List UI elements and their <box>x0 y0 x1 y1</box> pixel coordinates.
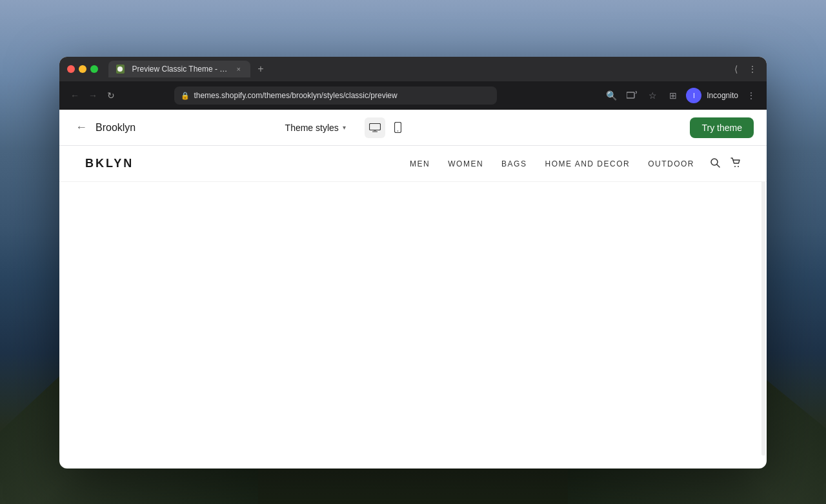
theme-name-label: Brooklyn <box>96 122 136 134</box>
window-minimize-icon[interactable]: ⟨ <box>729 63 742 76</box>
new-tab-button[interactable]: + <box>253 61 268 77</box>
chevron-down-icon: ▾ <box>343 124 346 131</box>
window-controls: ⟨ ⋮ <box>729 63 759 76</box>
theme-preview-header: ← Brooklyn Theme styles ▾ <box>59 110 767 146</box>
header-center-controls: Theme styles ▾ <box>277 117 408 138</box>
back-button[interactable]: ← <box>67 88 83 103</box>
nav-item-men[interactable]: MEN <box>410 159 430 168</box>
store-preview: BKLYN MEN WOMEN BAGS HOME AND DECOR OUTD… <box>59 146 767 182</box>
store-logo: BKLYN <box>85 157 134 170</box>
tab-overview-button[interactable]: ⊞ <box>665 88 681 103</box>
device-toggle-buttons <box>365 117 408 138</box>
try-theme-button[interactable]: Try theme <box>690 117 754 138</box>
tab-close-button[interactable]: × <box>234 65 243 74</box>
svg-point-9 <box>734 166 736 167</box>
desktop-view-button[interactable] <box>365 117 385 138</box>
lock-icon: 🔒 <box>181 92 190 100</box>
url-text: themes.shopify.com/themes/brooklyn/style… <box>194 91 397 100</box>
store-cart-icon[interactable] <box>730 157 741 170</box>
store-nav-icons <box>710 157 741 170</box>
nav-item-women[interactable]: WOMEN <box>448 159 483 168</box>
tab-label: Preview Classic Theme - Broo... <box>132 65 231 74</box>
nav-buttons: ← → ↻ <box>67 88 119 103</box>
search-toolbar-button[interactable]: 🔍 <box>603 88 619 103</box>
browser-titlebar: Preview Classic Theme - Broo... × + ⟨ ⋮ <box>59 57 767 81</box>
store-menu: MEN WOMEN BAGS HOME AND DECOR OUTDOOR <box>410 159 694 168</box>
svg-point-6 <box>398 130 399 132</box>
more-options-button[interactable]: ⋮ <box>743 88 759 103</box>
store-navigation: BKLYN MEN WOMEN BAGS HOME AND DECOR OUTD… <box>59 146 767 182</box>
tab-favicon <box>116 65 125 74</box>
store-search-icon[interactable] <box>710 157 720 170</box>
incognito-label: Incognito <box>707 91 738 100</box>
browser-window: Preview Classic Theme - Broo... × + ⟨ ⋮ … <box>59 57 767 469</box>
browser-addressbar: ← → ↻ 🔒 themes.shopify.com/themes/brookl… <box>59 81 767 110</box>
nav-item-bags[interactable]: BAGS <box>501 159 527 168</box>
active-tab[interactable]: Preview Classic Theme - Broo... × <box>108 61 250 77</box>
maximize-window-button[interactable] <box>90 65 98 73</box>
close-window-button[interactable] <box>67 65 75 73</box>
svg-line-8 <box>717 165 720 167</box>
bookmark-button[interactable]: ☆ <box>645 88 660 103</box>
theme-styles-button[interactable]: Theme styles ▾ <box>277 118 354 137</box>
toolbar-right: 🔍 ☆ ⊞ I Incognito ⋮ <box>603 88 759 103</box>
minimize-window-button[interactable] <box>79 65 86 73</box>
nav-item-outdoor[interactable]: OUTDOOR <box>648 159 694 168</box>
svg-point-10 <box>738 166 739 167</box>
traffic-lights <box>67 65 98 73</box>
cast-button[interactable] <box>624 88 640 103</box>
profile-avatar[interactable]: I <box>686 88 701 103</box>
refresh-button[interactable]: ↻ <box>103 88 119 103</box>
svg-rect-1 <box>627 92 634 98</box>
url-bar[interactable]: 🔒 themes.shopify.com/themes/brooklyn/sty… <box>174 86 497 105</box>
svg-rect-2 <box>369 123 380 130</box>
nav-item-home[interactable]: HOME AND DECOR <box>545 159 630 168</box>
mobile-view-button[interactable] <box>388 117 408 138</box>
forward-button[interactable]: → <box>85 88 101 103</box>
tab-area: Preview Classic Theme - Broo... × + <box>108 61 724 77</box>
svg-point-0 <box>117 66 123 72</box>
window-more-icon[interactable]: ⋮ <box>746 63 759 76</box>
theme-styles-label: Theme styles <box>285 123 339 133</box>
back-to-themes-button[interactable]: ← <box>72 119 90 137</box>
